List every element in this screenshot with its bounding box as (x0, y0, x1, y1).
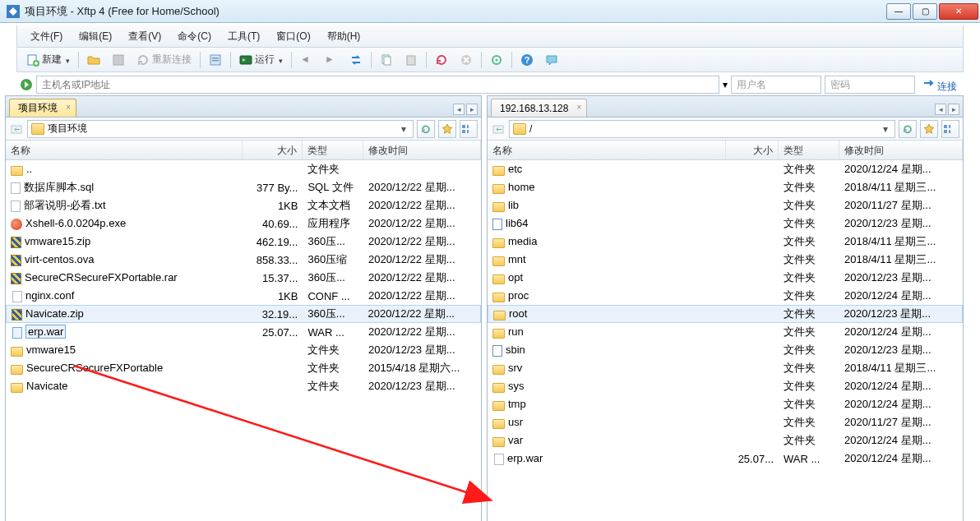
paste-button[interactable] (400, 51, 423, 69)
list-item[interactable]: 数据库脚本.sql377 By...SQL 文件2020/12/22 星期... (6, 178, 481, 196)
swap-button[interactable] (344, 51, 368, 69)
tab-next[interactable]: ▸ (948, 104, 959, 115)
tab-remote[interactable]: 192.168.13.128 × (491, 99, 587, 117)
list-item[interactable]: erp.war25.07...WAR ...2020/12/24 星期... (488, 450, 963, 468)
file-name-cell[interactable]: nginx.conf (6, 288, 243, 303)
nav-back-button[interactable]: ◄ (295, 51, 318, 69)
properties-button[interactable] (204, 51, 227, 69)
list-item[interactable]: SecureCRSecureFXPortable.rar15.37...360压… (6, 269, 481, 287)
remote-file-list[interactable]: etc文件夹2020/12/24 星期...home文件夹2018/4/11 星… (488, 160, 963, 521)
file-name-cell[interactable]: srv (488, 361, 726, 376)
copy-button[interactable] (375, 51, 398, 69)
refresh-path-button[interactable] (417, 120, 435, 138)
list-item[interactable]: lib文件夹2020/11/27 星期... (488, 196, 963, 214)
list-item[interactable]: sbin文件夹2020/12/23 星期... (488, 341, 963, 359)
file-name-cell[interactable]: mnt (488, 252, 726, 267)
file-name-cell[interactable]: erp.war (6, 325, 243, 339)
file-name-cell[interactable]: tmp (488, 397, 726, 412)
password-input[interactable]: 密码 (825, 76, 915, 94)
file-name-cell[interactable]: root (488, 307, 726, 321)
list-item[interactable]: vmware15文件夹2020/12/23 星期... (6, 341, 481, 359)
tab-local[interactable]: 项目环境 × (9, 99, 76, 117)
list-item[interactable]: lib64文件夹2020/12/23 星期... (488, 214, 963, 233)
connect-button[interactable]: 连接 (918, 76, 960, 94)
tab-prev[interactable]: ◂ (453, 104, 465, 115)
file-name-cell[interactable]: home (488, 180, 726, 195)
file-name-cell[interactable]: vmware15.zip (6, 234, 243, 249)
list-item[interactable]: nginx.conf1KBCONF ...2020/12/22 星期... (6, 287, 481, 305)
file-name-cell[interactable]: 数据库脚本.sql (6, 179, 243, 196)
list-item[interactable]: opt文件夹2020/12/23 星期... (488, 269, 963, 287)
list-item[interactable]: proc文件夹2020/12/24 星期... (488, 287, 963, 305)
nav-prev-icon[interactable] (491, 122, 506, 136)
file-name-cell[interactable]: lib (488, 198, 726, 213)
help-button[interactable]: ? (515, 51, 539, 69)
stop-button[interactable] (455, 51, 478, 69)
nav-forward-button[interactable]: ► (320, 51, 343, 69)
list-item[interactable]: Navicate.zip32.19...360压...2020/12/22 星期… (6, 305, 481, 323)
file-name-cell[interactable]: usr (488, 415, 726, 430)
file-name-cell[interactable]: vmware15 (6, 343, 243, 357)
col-size[interactable]: 大小 (726, 141, 779, 159)
refresh-path-button[interactable] (899, 120, 917, 138)
list-item[interactable]: run文件夹2020/12/24 星期... (488, 323, 963, 341)
list-item[interactable]: virt-centos.ova858.33...360压缩2020/12/22 … (6, 251, 481, 269)
menu-window[interactable]: 窗口(O) (268, 27, 318, 46)
list-item[interactable]: home文件夹2018/4/11 星期三... (488, 178, 963, 196)
col-time[interactable]: 修改时间 (839, 141, 963, 159)
list-item[interactable]: SecureCRSecureFXPortable文件夹2015/4/18 星期六… (6, 359, 481, 377)
file-name-cell[interactable]: virt-centos.ova (6, 252, 243, 267)
file-name-cell[interactable]: Navicate (6, 379, 243, 394)
host-input[interactable] (36, 76, 719, 94)
run-button[interactable]: 运行 (234, 50, 288, 69)
new-button[interactable]: 新建 (21, 50, 75, 69)
list-item[interactable]: root文件夹2020/12/23 星期... (488, 305, 963, 323)
col-name[interactable]: 名称 (488, 141, 726, 159)
list-item[interactable]: mnt文件夹2018/4/11 星期三... (488, 251, 963, 269)
col-time[interactable]: 修改时间 (363, 141, 481, 159)
list-item[interactable]: erp.war25.07...WAR ...2020/12/22 星期... (6, 323, 481, 341)
tab-prev[interactable]: ◂ (935, 104, 946, 115)
bookmark-button[interactable] (438, 120, 456, 138)
menu-tools[interactable]: 工具(T) (220, 27, 268, 46)
maximize-button[interactable]: ▢ (913, 3, 937, 20)
file-name-cell[interactable]: sys (488, 379, 726, 394)
view-button[interactable] (460, 120, 478, 138)
close-button[interactable]: ✕ (939, 3, 978, 20)
refresh-button[interactable] (430, 51, 453, 69)
local-path-input[interactable]: 项目环境 ▾ (27, 120, 414, 138)
file-name-cell[interactable]: run (488, 325, 726, 339)
list-item[interactable]: srv文件夹2018/4/11 星期三... (488, 359, 963, 377)
open-button[interactable] (82, 51, 105, 69)
col-type[interactable]: 类型 (779, 141, 839, 159)
list-item[interactable]: sys文件夹2020/12/24 星期... (488, 377, 963, 395)
settings-button[interactable] (485, 51, 508, 69)
file-name-cell[interactable]: proc (488, 288, 726, 303)
list-item[interactable]: tmp文件夹2020/12/24 星期... (488, 395, 963, 413)
host-dropdown[interactable]: ▾ (723, 79, 728, 90)
go-icon[interactable] (20, 78, 33, 91)
list-item[interactable]: media文件夹2018/4/11 星期三... (488, 233, 963, 251)
path-dropdown[interactable]: ▾ (398, 123, 409, 135)
list-item[interactable]: vmware15.zip462.19...360压...2020/12/22 星… (6, 233, 481, 251)
file-name-cell[interactable]: sbin (488, 343, 726, 357)
file-name-cell[interactable]: SecureCRSecureFXPortable.rar (6, 270, 243, 285)
file-name-cell[interactable]: Xshell-6.0.0204p.exe (6, 216, 243, 231)
file-name-cell[interactable]: etc (488, 162, 726, 177)
file-name-cell[interactable]: var (488, 433, 726, 448)
path-dropdown[interactable]: ▾ (880, 123, 891, 135)
list-item[interactable]: Navicate文件夹2020/12/23 星期... (6, 377, 481, 395)
file-name-cell[interactable]: Navicate.zip (7, 307, 243, 321)
list-item[interactable]: ..文件夹 (6, 160, 481, 178)
remote-path-input[interactable]: / ▾ (509, 120, 895, 138)
menu-file[interactable]: 文件(F) (22, 27, 71, 46)
file-name-cell[interactable]: lib64 (488, 216, 726, 231)
reconnect-button[interactable]: 重新连接 (132, 50, 196, 69)
menu-edit[interactable]: 编辑(E) (71, 27, 120, 46)
col-type[interactable]: 类型 (303, 141, 363, 159)
col-name[interactable]: 名称 (6, 141, 243, 159)
file-name-cell[interactable]: .. (6, 162, 243, 177)
list-item[interactable]: Xshell-6.0.0204p.exe40.69...应用程序2020/12/… (6, 214, 481, 233)
view-button[interactable] (941, 120, 959, 138)
username-input[interactable]: 用户名 (731, 76, 821, 94)
